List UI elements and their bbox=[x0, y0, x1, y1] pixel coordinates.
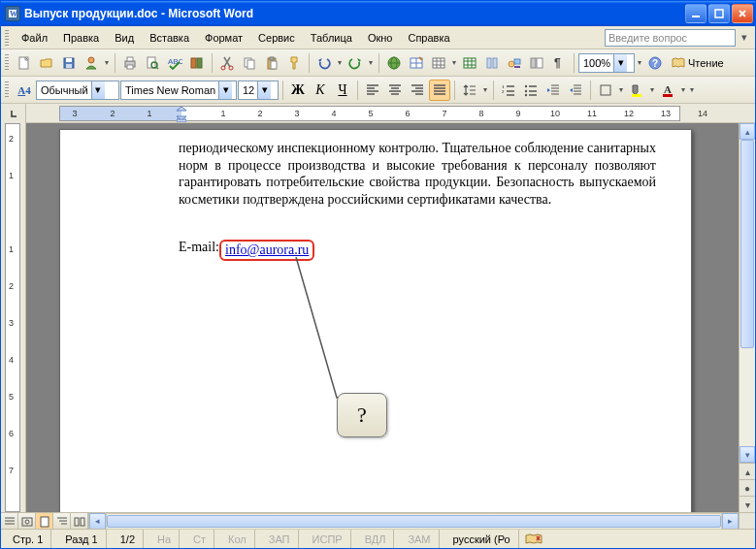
align-left-button[interactable] bbox=[362, 80, 383, 101]
borders-dropdown[interactable]: ▾ bbox=[617, 85, 625, 94]
toolbar-grip[interactable] bbox=[5, 81, 9, 99]
status-ovr[interactable]: ЗАМ bbox=[400, 530, 439, 548]
columns-button[interactable] bbox=[481, 52, 503, 74]
spellcheck-button[interactable]: ABC bbox=[164, 52, 185, 74]
decrease-indent-button[interactable] bbox=[542, 80, 564, 101]
toolbar-overflow[interactable]: ▾ bbox=[636, 58, 643, 67]
scroll-right-button[interactable]: ▸ bbox=[722, 513, 739, 530]
insert-table-button[interactable] bbox=[428, 52, 449, 74]
copy-button[interactable] bbox=[239, 52, 260, 74]
undo-button[interactable] bbox=[313, 52, 335, 74]
tables-borders-button[interactable] bbox=[406, 52, 427, 74]
help-button[interactable]: ? bbox=[644, 52, 666, 74]
menu-edit[interactable]: Правка bbox=[56, 30, 106, 46]
permissions-dropdown[interactable]: ▾ bbox=[103, 58, 111, 67]
underline-button[interactable]: Ч bbox=[332, 80, 353, 101]
line-spacing-dropdown[interactable]: ▾ bbox=[481, 85, 489, 94]
paste-button[interactable] bbox=[261, 52, 282, 74]
toolbar-grip[interactable] bbox=[5, 30, 9, 46]
align-center-button[interactable] bbox=[384, 80, 406, 101]
email-line[interactable]: E-mail: info@aurora.ru bbox=[179, 240, 219, 255]
reading-view-button[interactable] bbox=[71, 513, 88, 530]
hscroll-thumb[interactable] bbox=[107, 515, 721, 528]
doc-map-button[interactable] bbox=[526, 52, 547, 74]
tab-selector[interactable] bbox=[1, 104, 26, 123]
next-page-button[interactable]: ▾ bbox=[740, 496, 755, 512]
insert-excel-button[interactable] bbox=[459, 52, 480, 74]
print-button[interactable] bbox=[119, 52, 141, 74]
borders-button[interactable] bbox=[595, 80, 616, 101]
insert-table-dropdown[interactable]: ▾ bbox=[450, 58, 458, 67]
menu-format[interactable]: Формат bbox=[198, 30, 249, 46]
scroll-left-button[interactable]: ◂ bbox=[89, 513, 106, 530]
bold-button[interactable]: Ж bbox=[287, 80, 309, 101]
save-button[interactable] bbox=[58, 52, 80, 74]
vertical-scrollbar[interactable]: ▴ ▾ ▴ ● ▾ bbox=[739, 123, 755, 512]
toolbar-overflow[interactable]: ▾ bbox=[688, 85, 696, 94]
style-combo[interactable]: Обычный ▾ bbox=[36, 81, 119, 100]
indent-marker-left[interactable] bbox=[177, 107, 186, 122]
line-spacing-button[interactable] bbox=[459, 80, 480, 101]
web-view-button[interactable] bbox=[18, 513, 36, 530]
permissions-button[interactable] bbox=[81, 52, 102, 74]
align-right-button[interactable] bbox=[407, 80, 428, 101]
status-language[interactable]: русский (Ро bbox=[445, 530, 519, 548]
toolbar-grip[interactable] bbox=[5, 54, 9, 72]
print-layout-view-button[interactable] bbox=[36, 513, 53, 530]
cut-button[interactable] bbox=[216, 52, 238, 74]
menu-help[interactable]: Справка bbox=[401, 30, 456, 46]
font-color-button[interactable]: A bbox=[657, 80, 678, 101]
minimize-button[interactable] bbox=[685, 4, 707, 23]
hscroll-track[interactable] bbox=[106, 513, 722, 530]
status-rec[interactable]: ЗАП bbox=[261, 530, 299, 548]
ask-question-dropdown[interactable]: ▾ bbox=[738, 29, 751, 47]
research-button[interactable] bbox=[186, 52, 208, 74]
reading-layout-button[interactable]: Чтение bbox=[667, 52, 728, 74]
spell-status-icon[interactable] bbox=[525, 533, 542, 546]
drawing-button[interactable] bbox=[504, 52, 525, 74]
browse-object-button[interactable]: ● bbox=[740, 479, 755, 496]
maximize-button[interactable] bbox=[708, 4, 730, 23]
redo-dropdown[interactable]: ▾ bbox=[367, 58, 375, 67]
menu-insert[interactable]: Вставка bbox=[143, 30, 196, 46]
zoom-combo[interactable]: 100% ▾ bbox=[578, 53, 635, 73]
styles-pane-button[interactable]: A4 bbox=[14, 80, 35, 101]
horizontal-ruler[interactable]: 3 2 1 1 2 3 4 5 6 7 8 9 10 11 12 13 14 bbox=[26, 104, 755, 122]
status-fix[interactable]: ИСПР bbox=[305, 530, 351, 548]
menu-view[interactable]: Вид bbox=[108, 30, 141, 46]
scroll-track[interactable] bbox=[740, 140, 755, 446]
new-doc-button[interactable] bbox=[14, 52, 35, 74]
font-size-combo[interactable]: 12 ▾ bbox=[238, 81, 279, 100]
font-color-dropdown[interactable]: ▾ bbox=[679, 85, 687, 94]
status-ext[interactable]: ВДЛ bbox=[357, 530, 395, 548]
normal-view-button[interactable] bbox=[1, 513, 18, 530]
menu-file[interactable]: Файл bbox=[15, 30, 54, 46]
bulleted-list-button[interactable] bbox=[520, 80, 542, 101]
document-viewport[interactable]: периодическому инспекционному контролю. … bbox=[26, 123, 755, 512]
redo-button[interactable] bbox=[345, 52, 366, 74]
open-button[interactable] bbox=[36, 52, 57, 74]
outline-view-button[interactable] bbox=[53, 513, 71, 530]
close-button[interactable] bbox=[732, 4, 753, 23]
paragraph-text[interactable]: периодическому инспекционному контролю. … bbox=[179, 140, 656, 208]
document-page[interactable]: периодическому инспекционному контролю. … bbox=[59, 129, 692, 512]
menu-table[interactable]: Таблица bbox=[304, 30, 359, 46]
scroll-down-button[interactable]: ▾ bbox=[740, 446, 755, 463]
hyperlink-button[interactable] bbox=[383, 52, 405, 74]
undo-dropdown[interactable]: ▾ bbox=[336, 58, 344, 67]
email-hyperlink[interactable]: info@aurora.ru bbox=[225, 242, 309, 257]
scroll-thumb[interactable] bbox=[740, 140, 754, 348]
scroll-up-button[interactable]: ▴ bbox=[740, 123, 755, 140]
format-painter-button[interactable] bbox=[283, 52, 305, 74]
highlight-dropdown[interactable]: ▾ bbox=[648, 85, 656, 94]
prev-page-button[interactable]: ▴ bbox=[740, 463, 755, 479]
italic-button[interactable]: К bbox=[310, 80, 331, 101]
print-preview-button[interactable] bbox=[142, 52, 163, 74]
highlight-button[interactable] bbox=[626, 80, 647, 101]
font-combo[interactable]: Times New Roman ▾ bbox=[120, 81, 237, 100]
ask-question-input[interactable]: Введите вопрос bbox=[605, 29, 736, 47]
show-marks-button[interactable]: ¶ bbox=[548, 52, 570, 74]
menu-window[interactable]: Окно bbox=[361, 30, 400, 46]
numbered-list-button[interactable]: 12 bbox=[498, 80, 519, 101]
vertical-ruler[interactable]: 2 1 1 2 3 4 5 6 7 bbox=[1, 123, 26, 512]
